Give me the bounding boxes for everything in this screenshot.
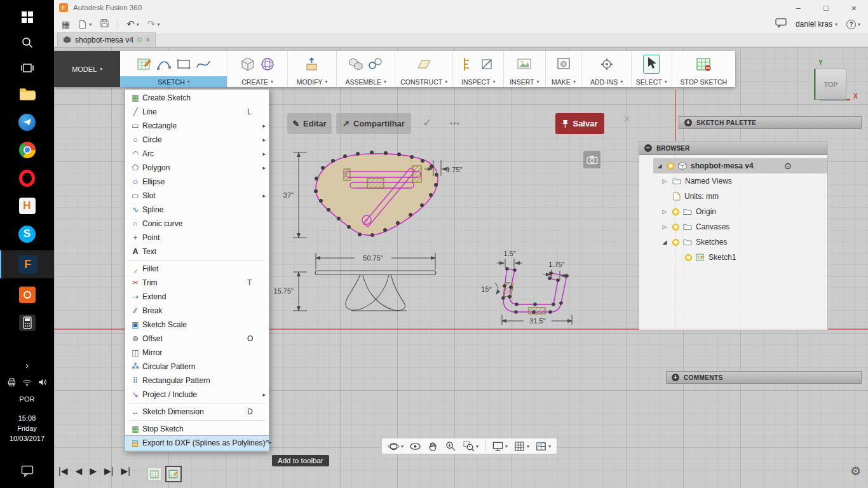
file-menu-button[interactable]: ▾ (78, 20, 92, 29)
select-cursor-icon[interactable] (644, 56, 658, 70)
look-at-button[interactable] (407, 440, 423, 452)
dim-175-top[interactable]: 1.75" (446, 166, 462, 173)
grid-settings-button[interactable]: ▾ (512, 440, 531, 452)
language-indicator[interactable]: POR (0, 393, 54, 405)
dim-15[interactable]: 1.5" (503, 250, 515, 257)
press-pull-icon[interactable] (304, 56, 320, 72)
go-to-start-button[interactable]: |◀ (58, 466, 67, 476)
expander-icon[interactable]: ◢ (661, 239, 668, 245)
collapse-icon[interactable]: − (644, 144, 652, 152)
toolbar-group-assemble[interactable]: ASSEMBLE ▾ (337, 51, 395, 87)
menu-item-text[interactable]: AText (125, 245, 269, 259)
create-menu-button[interactable]: CREATE ▾ (227, 76, 287, 87)
pan-button[interactable] (425, 440, 441, 452)
tray-expand-chevron[interactable]: › (0, 358, 54, 372)
step-forward-button[interactable]: ▶| (104, 466, 113, 476)
menu-item-create-sketch[interactable]: ▦Create Sketch (125, 91, 269, 105)
dim-5075[interactable]: 50.75" (363, 254, 383, 262)
share-button[interactable]: ↗ Compartilhar (336, 113, 411, 134)
dim-angle[interactable]: 15° (481, 285, 492, 293)
taskbar-search-button[interactable] (0, 32, 54, 53)
orbit-button[interactable]: ▾ (386, 440, 405, 452)
menu-item-rectangular-pattern[interactable]: ⠿Rectangular Pattern (125, 374, 269, 388)
dim-315[interactable]: 31.5" (529, 317, 545, 325)
task-view-button[interactable] (0, 57, 54, 79)
toolbar-group-stop-sketch[interactable]: STOP SKETCH (672, 51, 735, 87)
close-button[interactable]: × (840, 0, 868, 15)
close-overlay-icon[interactable]: × (623, 112, 630, 126)
viewports-button[interactable]: ▾ (533, 440, 553, 452)
assemble-menu-button[interactable]: ASSEMBLE ▾ (337, 76, 394, 87)
browser-item-named-views[interactable]: ▷ Named Views (639, 173, 827, 189)
viewcube[interactable]: TOP (815, 69, 846, 100)
step-back-button[interactable]: ◀ (75, 466, 82, 476)
visibility-bulb-icon[interactable] (667, 163, 674, 170)
toolbar-group-make[interactable]: MAKE ▾ (546, 51, 583, 87)
user-account-menu[interactable]: daniel kras ▾ (796, 20, 837, 29)
insert-menu-button[interactable]: INSERT ▾ (504, 76, 545, 87)
menu-item-rectangle[interactable]: ▭Rectangle▸ (125, 119, 269, 133)
blue-app-button[interactable] (0, 111, 54, 133)
menu-item-offset[interactable]: ⊚OffsetO (125, 332, 269, 346)
data-panel-button[interactable]: ▦ (62, 19, 70, 29)
activate-component-icon[interactable]: ⊙ (784, 161, 792, 171)
rectangle-tool-icon[interactable] (175, 56, 192, 72)
expand-icon[interactable]: + (672, 374, 679, 381)
visibility-bulb-icon[interactable] (672, 239, 679, 246)
toolbar-group-addins[interactable]: ADD-INS ▾ (582, 51, 632, 87)
dim-1575[interactable]: 15.75" (274, 287, 294, 295)
skype-button[interactable]: S (0, 222, 54, 245)
menu-item-sketch-scale[interactable]: ▣Sketch Scale (125, 318, 269, 332)
expander-icon[interactable]: ▷ (661, 224, 668, 230)
visibility-bulb-icon[interactable] (672, 224, 679, 231)
printer-icon[interactable] (6, 377, 17, 388)
section-analysis-icon[interactable] (480, 56, 495, 72)
taskbar-clock[interactable]: 15:08 Friday 10/03/2017 (0, 412, 54, 445)
go-to-end-button[interactable]: ▶| (121, 466, 130, 476)
menu-item-project-include[interactable]: ↘Project / Include▸ (125, 388, 269, 402)
help-menu-button[interactable]: ? ▾ (846, 20, 860, 29)
browser-item-root[interactable]: ◢ shopbot-mesa v4 ⊙ (653, 158, 827, 173)
redo-button[interactable]: ↷ ▾ (147, 18, 160, 30)
construct-menu-button[interactable]: CONSTRUCT ▾ (395, 76, 452, 87)
browser-item-sketches[interactable]: ◢ Sketches (639, 234, 827, 250)
comments-panel-header[interactable]: + COMMENTS (666, 371, 862, 384)
notifications-button[interactable] (775, 18, 787, 30)
timeline-settings-gear-icon[interactable]: ⚙ (850, 464, 861, 478)
expander-icon[interactable]: ◢ (656, 163, 663, 169)
menu-item-ellipse[interactable]: ○Ellipse (125, 175, 269, 189)
joint-icon[interactable] (367, 56, 384, 72)
make-3d-print-icon[interactable] (555, 56, 572, 72)
document-tab[interactable]: shopbot-mesa v4 × (57, 32, 156, 46)
toolbar-group-modify[interactable]: MODIFY ▾ (288, 51, 337, 87)
toolbar-group-insert[interactable]: INSERT ▾ (504, 51, 546, 87)
wifi-icon[interactable] (22, 377, 32, 388)
menu-item-fillet[interactable]: ◞Fillet (125, 262, 269, 276)
make-menu-button[interactable]: MAKE ▾ (546, 76, 582, 87)
volume-icon[interactable] (37, 377, 48, 388)
expand-icon[interactable]: + (684, 119, 692, 126)
new-component-icon[interactable] (348, 56, 364, 72)
menu-item-mirror[interactable]: ◫Mirror (125, 346, 269, 360)
toolbar-group-create[interactable]: CREATE ▾ (227, 51, 287, 87)
menu-item-export-to-dxf[interactable]: ▤Export to DXF (Splines as Polylines)↷ (125, 436, 269, 450)
browser-item-units[interactable]: Units: mm (639, 189, 827, 204)
h-app-button[interactable]: H (0, 194, 54, 217)
toolbar-group-sketch[interactable]: SKETCH ▾ (120, 51, 227, 87)
insert-canvas-icon[interactable] (516, 56, 532, 72)
workspace-switcher[interactable]: MODEL ▾ (54, 51, 120, 87)
browser-item-sketch1[interactable]: Sketch1 (639, 250, 827, 265)
menu-item-circular-pattern[interactable]: ⁂Circular Pattern (125, 360, 269, 374)
menu-item-polygon[interactable]: ⬠Polygon▸ (125, 161, 269, 175)
menu-item-sketch-dimension[interactable]: ↔Sketch DimensionD (125, 405, 269, 419)
inspect-menu-button[interactable]: INSPECT ▾ (453, 76, 503, 87)
zoom-button[interactable] (443, 440, 459, 452)
fusion-360-taskbar-button[interactable]: F (0, 250, 54, 278)
menu-item-conic-curve[interactable]: ∩Conic curve (125, 217, 269, 231)
start-button[interactable] (0, 6, 54, 28)
orange-app-button[interactable] (0, 283, 54, 306)
approve-check-icon[interactable]: ✓ (423, 116, 432, 130)
timeline-feature-sketch[interactable] (147, 467, 161, 481)
display-settings-button[interactable]: ▾ (490, 440, 510, 452)
menu-item-circle[interactable]: ○Circle▸ (125, 133, 269, 147)
